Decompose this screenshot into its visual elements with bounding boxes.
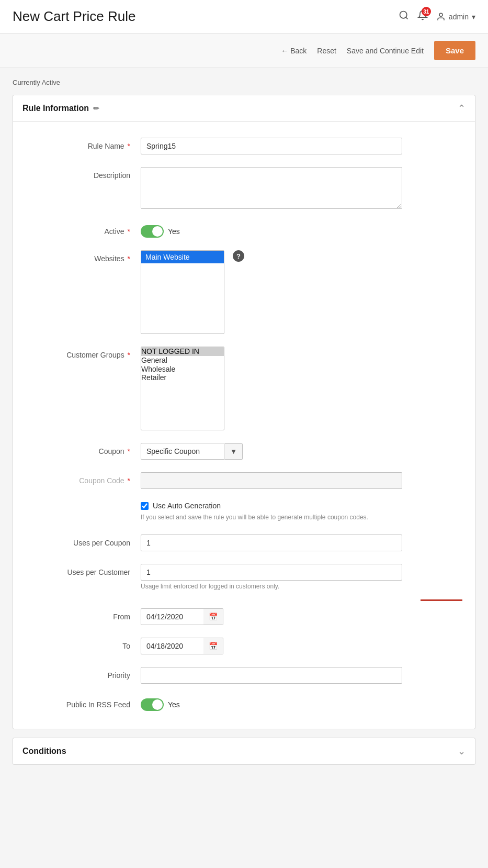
status-bar: Currently Active	[13, 79, 475, 86]
coupon-row: Coupon * No Coupon Specific Coupon Auto …	[13, 438, 475, 465]
rule-name-row: Rule Name *	[13, 132, 475, 160]
rule-information-title: Rule Information ✏	[22, 104, 99, 113]
auto-generation-hint: If you select and save the rule you will…	[141, 513, 402, 522]
to-label: To	[26, 638, 141, 650]
websites-required: *	[128, 254, 130, 263]
page-title: New Cart Price Rule	[13, 8, 136, 25]
customer-groups-select[interactable]: NOT LOGGED IN General Wholesale Retailer	[141, 347, 224, 430]
active-toggle[interactable]	[141, 225, 164, 238]
conditions-title: Conditions	[22, 747, 66, 756]
user-name: admin	[449, 13, 469, 21]
priority-input[interactable]	[141, 667, 402, 684]
back-label: Back	[290, 47, 307, 55]
save-label: Save	[446, 46, 464, 55]
rss-toggle[interactable]	[141, 698, 164, 711]
websites-help-icon[interactable]: ?	[233, 250, 244, 262]
uses-per-coupon-row: Uses per Coupon	[13, 529, 475, 557]
from-label: From	[26, 608, 141, 621]
description-control	[141, 167, 402, 210]
usage-note: Usage limit enforced for logged in custo…	[141, 583, 402, 590]
description-row: Description	[13, 162, 475, 216]
websites-row: Websites * Main Website ?	[13, 245, 475, 339]
customer-groups-label: Customer Groups *	[26, 347, 141, 359]
rule-name-required: *	[128, 142, 130, 150]
save-continue-button[interactable]: Save and Continue Edit	[347, 47, 424, 55]
back-button[interactable]: ← Back	[281, 47, 307, 55]
form-body: Rule Name * Description Active	[13, 122, 475, 729]
priority-row: Priority	[13, 662, 475, 689]
uses-per-customer-control: Usage limit enforced for logged in custo…	[141, 564, 402, 590]
customer-groups-row: Customer Groups * NOT LOGGED IN General …	[13, 341, 475, 436]
coupon-required: *	[128, 447, 130, 455]
toggle-slider	[141, 225, 164, 238]
websites-label: Websites *	[26, 250, 141, 263]
uses-per-customer-input[interactable]	[141, 564, 402, 581]
to-date-input[interactable]	[141, 638, 203, 654]
rss-control: Yes	[141, 696, 402, 711]
active-toggle-wrap: Yes	[141, 223, 402, 238]
coupon-code-required: *	[128, 476, 130, 485]
uses-per-coupon-input[interactable]	[141, 535, 402, 551]
coupon-code-label: Coupon Code *	[26, 472, 141, 485]
auto-generation-label: Use Auto Generation	[153, 502, 221, 510]
from-row: From 📅	[13, 603, 475, 630]
conditions-header[interactable]: Conditions ⌄	[13, 738, 475, 764]
active-label: Active *	[26, 223, 141, 236]
rss-row: Public In RSS Feed Yes	[13, 691, 475, 716]
website-option-main: Main Website	[141, 251, 224, 263]
rule-information-section: Rule Information ✏ ⌃ Rule Name * Descrip…	[13, 95, 475, 729]
description-textarea[interactable]	[141, 167, 402, 209]
reset-label: Reset	[317, 47, 336, 55]
active-control: Yes	[141, 223, 402, 238]
reset-button[interactable]: Reset	[317, 47, 336, 55]
rule-information-header[interactable]: Rule Information ✏ ⌃	[13, 95, 475, 122]
notification-button[interactable]: 31	[417, 10, 428, 23]
save-button[interactable]: Save	[434, 41, 475, 60]
to-calendar-button[interactable]: 📅	[203, 638, 223, 654]
edit-icon[interactable]: ✏	[93, 104, 99, 113]
auto-generation-checkbox[interactable]	[141, 502, 149, 510]
from-control: 📅	[141, 608, 402, 625]
back-arrow-icon: ←	[281, 47, 288, 55]
coupon-select[interactable]: No Coupon Specific Coupon Auto	[141, 443, 224, 460]
coupon-code-row: Coupon Code *	[13, 467, 475, 494]
to-date-wrap: 📅	[141, 638, 402, 654]
content: Currently Active Rule Information ✏ ⌃ Ru…	[0, 68, 488, 784]
scroll-indicator	[421, 599, 462, 601]
coupon-control: No Coupon Specific Coupon Auto ▼	[141, 443, 402, 460]
to-row: To 📅	[13, 632, 475, 660]
coupon-code-input[interactable]	[141, 472, 402, 489]
from-date-input[interactable]	[141, 608, 203, 625]
websites-control: Main Website ?	[141, 250, 402, 334]
coupon-dropdown-wrap: No Coupon Specific Coupon Auto ▼	[141, 443, 402, 460]
priority-label: Priority	[26, 667, 141, 680]
conditions-collapse-icon[interactable]: ⌄	[458, 745, 466, 757]
conditions-section: Conditions ⌄	[13, 738, 475, 765]
user-menu-button[interactable]: admin ▾	[436, 12, 475, 21]
uses-per-coupon-label: Uses per Coupon	[26, 535, 141, 547]
rss-label: Public In RSS Feed	[26, 696, 141, 709]
rss-toggle-label: Yes	[168, 700, 180, 709]
collapse-icon[interactable]: ⌃	[458, 103, 466, 114]
websites-select[interactable]: Main Website	[141, 250, 224, 334]
description-label: Description	[26, 167, 141, 180]
page-header: New Cart Price Rule 31 admin ▾	[0, 0, 488, 34]
customer-groups-required: *	[128, 351, 130, 359]
toolbar: ← Back Reset Save and Continue Edit Save	[0, 34, 488, 68]
group-option-wholesale: Wholesale	[141, 365, 224, 374]
group-option-not-logged-in: NOT LOGGED IN	[141, 347, 224, 356]
save-continue-label: Save and Continue Edit	[347, 47, 424, 55]
coupon-code-control	[141, 472, 402, 489]
status-text: Currently Active	[13, 79, 60, 86]
rule-name-input[interactable]	[141, 138, 402, 154]
auto-generation-checkbox-row: Use Auto Generation	[141, 502, 402, 510]
svg-point-2	[439, 13, 442, 16]
coupon-dropdown-arrow[interactable]: ▼	[224, 443, 243, 460]
from-date-wrap: 📅	[141, 608, 402, 625]
to-control: 📅	[141, 638, 402, 654]
notification-badge: 31	[422, 7, 431, 16]
from-calendar-button[interactable]: 📅	[203, 608, 223, 625]
search-button[interactable]	[399, 10, 409, 23]
active-toggle-label: Yes	[168, 227, 180, 236]
rule-name-control	[141, 138, 402, 154]
